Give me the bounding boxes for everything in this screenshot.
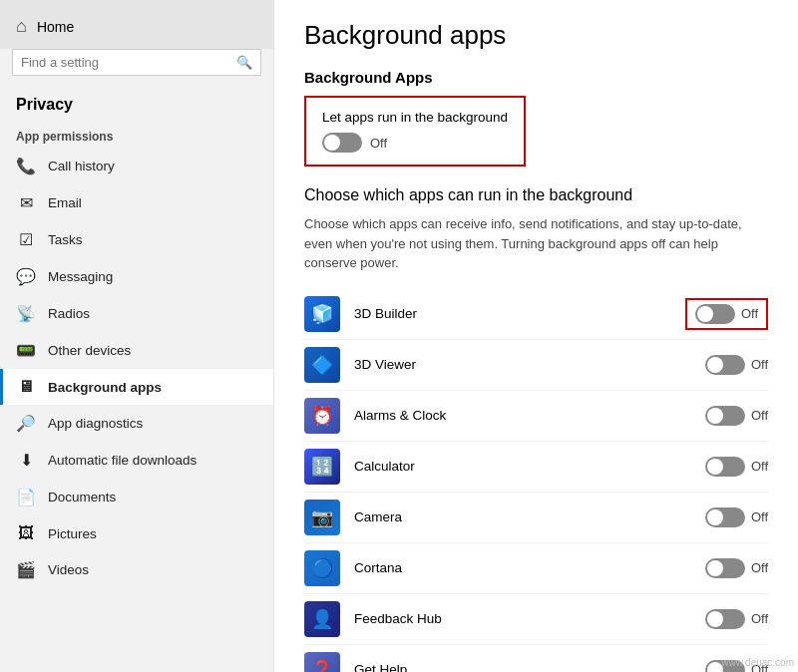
home-label: Home [37,19,74,35]
app-row-alarms: ⏰ Alarms & Clock Off [304,391,768,442]
choose-heading: Choose which apps can run in the backgro… [304,186,768,204]
app-toggle-3d-viewer-area: Off [705,355,768,375]
sidebar-item-tasks[interactable]: ☑ Tasks [0,221,273,258]
app-toggle-alarms[interactable] [705,406,745,426]
radios-icon: 📡 [16,304,36,323]
app-name-get-help: Get Help [354,662,705,672]
app-name-feedback-hub: Feedback Hub [354,611,705,626]
sidebar-item-radios[interactable]: 📡 Radios [0,295,273,332]
app-row-cortana: 🔵 Cortana Off [304,543,768,594]
toggle-label: Off [370,136,387,151]
sidebar-item-call-history[interactable]: 📞 Call history [0,148,273,184]
toggle-knob [697,306,713,322]
app-row-camera: 📷 Camera Off [304,493,768,543]
videos-icon: 🎬 [16,560,36,579]
app-icon-alarms: ⏰ [304,398,340,434]
app-toggle-3d-builder-box: Off [685,298,768,330]
app-icon-get-help: ❓ [304,652,340,673]
auto-file-downloads-icon: ⬇ [16,451,36,470]
sidebar-item-label: Email [48,195,82,210]
app-row-calculator: 🔢 Calculator Off [304,442,768,493]
sidebar-item-label: Documents [48,490,116,504]
app-toggle-calculator-label: Off [751,459,768,474]
app-icon-feedback-hub: 👤 [304,601,340,637]
app-permissions-section: App permissions [0,120,273,148]
sidebar-item-label: Background apps [48,380,162,395]
toggle-knob [707,560,723,576]
watermark: www.deuac.com [721,657,794,668]
app-icon-3d-builder: 🧊 [304,296,340,332]
toggle-knob [707,611,723,627]
app-toggle-feedback-hub[interactable] [705,609,745,629]
app-toggle-feedback-area: Off [705,609,768,629]
app-toggle-feedback-label: Off [751,611,768,626]
sidebar-item-auto-file-downloads[interactable]: ⬇ Automatic file downloads [0,442,273,479]
choose-desc: Choose which apps can receive info, send… [304,214,743,273]
app-row-feedback-hub: 👤 Feedback Hub Off [304,594,768,645]
sidebar-item-label: Call history [48,159,115,173]
app-row-3d-builder: 🧊 3D Builder Off [304,289,768,340]
app-toggle-3d-viewer[interactable] [705,355,745,375]
messaging-icon: 💬 [16,267,36,286]
privacy-header: Privacy [0,86,273,120]
search-box: 🔍 [12,49,261,76]
toggle-knob [324,135,340,151]
app-diagnostics-icon: 🔎 [16,414,36,433]
app-row-3d-viewer: 🔷 3D Viewer Off [304,340,768,391]
app-toggle-3d-viewer-label: Off [751,357,768,372]
call-history-icon: 📞 [16,157,36,175]
sidebar-item-label: Tasks [48,232,83,247]
app-row-get-help: ❓ Get Help Off [304,645,768,673]
sidebar-item-label: Messaging [48,269,113,284]
other-devices-icon: 📟 [16,341,36,360]
app-toggle-camera[interactable] [705,507,745,527]
app-toggle-alarms-label: Off [751,408,768,423]
sidebar-item-documents[interactable]: 📄 Documents [0,479,273,515]
app-icon-camera: 📷 [304,500,340,535]
sidebar-item-label: Videos [48,562,89,577]
sidebar-item-videos[interactable]: 🎬 Videos [0,551,273,588]
toggle-knob [707,408,723,424]
documents-icon: 📄 [16,488,36,506]
app-name-3d-builder: 3D Builder [354,306,685,321]
app-icon-calculator: 🔢 [304,449,340,485]
sidebar-item-other-devices[interactable]: 📟 Other devices [0,332,273,369]
sidebar-item-label: Radios [48,306,90,321]
app-name-alarms: Alarms & Clock [354,408,705,423]
app-toggle-cortana-label: Off [751,560,768,575]
sidebar-item-email[interactable]: ✉ Email [0,184,273,221]
app-icon-cortana: 🔵 [304,550,340,586]
app-toggle-camera-area: Off [705,507,768,527]
background-apps-icon: 🖥 [16,378,36,396]
app-toggle-calculator[interactable] [705,457,745,477]
app-icon-3d-viewer: 🔷 [304,347,340,383]
background-apps-toggle-box: Let apps run in the background Off [304,96,526,167]
sidebar-item-pictures[interactable]: 🖼 Pictures [0,515,273,551]
section1-heading: Background Apps [304,69,768,86]
toggle-knob [707,509,723,525]
search-icon: 🔍 [236,55,252,70]
app-toggle-3d-builder-label: Off [741,306,758,321]
toggle-knob [707,459,723,475]
home-icon: ⌂ [16,16,27,37]
sidebar: ⌂ Home 🔍 Privacy App permissions 📞 Call … [0,0,274,672]
toggle-box-label: Let apps run in the background [322,110,508,125]
toggle-knob [707,357,723,373]
app-name-3d-viewer: 3D Viewer [354,357,705,372]
background-apps-main-toggle[interactable] [322,133,362,153]
app-name-calculator: Calculator [354,459,705,474]
page-title: Background apps [304,20,768,51]
sidebar-item-label: Pictures [48,526,97,541]
app-toggle-3d-builder[interactable] [695,304,735,324]
tasks-icon: ☑ [16,230,36,249]
sidebar-item-label: Automatic file downloads [48,453,197,468]
search-input[interactable] [21,55,230,70]
sidebar-item-app-diagnostics[interactable]: 🔎 App diagnostics [0,405,273,442]
app-name-cortana: Cortana [354,560,705,575]
main-toggle-row: Off [322,133,508,153]
sidebar-item-messaging[interactable]: 💬 Messaging [0,258,273,295]
sidebar-home[interactable]: ⌂ Home [0,0,273,49]
main-content: Background apps Background Apps Let apps… [274,0,798,672]
app-toggle-cortana[interactable] [705,558,745,578]
sidebar-item-background-apps[interactable]: 🖥 Background apps [0,369,273,405]
